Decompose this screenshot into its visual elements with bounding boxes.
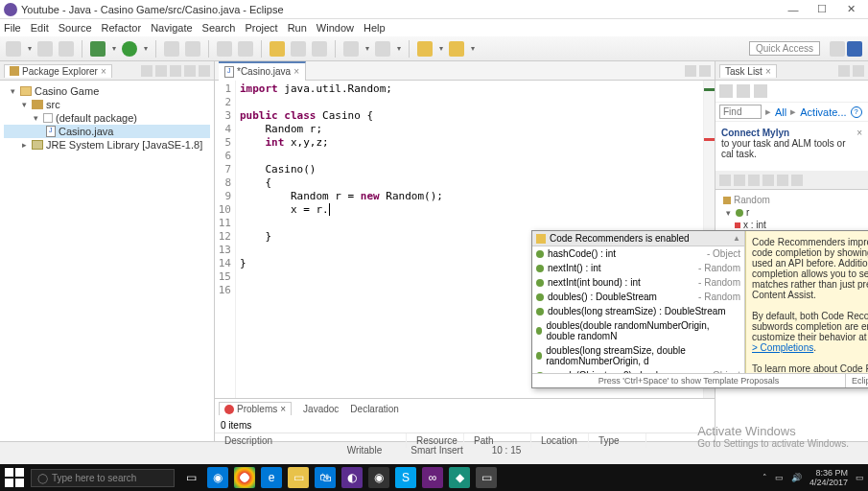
eclipse-taskbar-icon[interactable]: ◐ [341, 467, 363, 488]
completion-item[interactable]: doubles() : DoubleStream - Random [532, 290, 744, 304]
app-icon[interactable]: ◆ [449, 467, 470, 488]
completion-item[interactable]: equals(Object arg0) : boolean - Object [532, 368, 744, 373]
menu-refactor[interactable]: Refactor [102, 22, 142, 34]
completion-list[interactable]: Code Recommenders is enabled ▲ hashCode(… [532, 231, 745, 373]
forward-icon[interactable] [449, 41, 464, 57]
tree-package[interactable]: ▾(default package) [4, 111, 210, 125]
new-icon[interactable] [6, 41, 21, 57]
tray-volume-icon[interactable]: 🔊 [791, 473, 802, 482]
completion-item[interactable]: nextInt() : int - Random [532, 261, 744, 275]
notifications-icon[interactable]: ▭ [856, 473, 864, 482]
minimize-view-icon[interactable] [184, 65, 196, 77]
tree-jre[interactable]: ▸JRE System Library [JavaSE-1.8] [4, 138, 210, 152]
maximize-button[interactable]: ☐ [809, 2, 835, 17]
outline-hide-icon[interactable] [748, 175, 760, 186]
edge-icon[interactable]: e [261, 467, 282, 488]
taskbar-search[interactable]: ◯Type here to search [31, 469, 175, 487]
link-with-editor-icon[interactable] [155, 65, 167, 77]
prev-annotation-icon[interactable] [343, 41, 359, 57]
menu-edit[interactable]: Edit [31, 22, 49, 34]
maximize-view-icon[interactable] [853, 65, 864, 77]
toggle-mark-icon[interactable] [270, 41, 285, 57]
maximize-view-icon[interactable] [791, 175, 803, 186]
tray-network-icon[interactable]: ▭ [775, 473, 784, 482]
categorize-icon[interactable] [737, 84, 750, 98]
completion-item[interactable]: doubles(double randomNumberOrigin, doubl… [532, 318, 744, 343]
new-package-icon[interactable] [164, 41, 179, 57]
close-icon[interactable]: × [280, 404, 286, 414]
back-icon[interactable] [417, 41, 433, 57]
new-class-icon[interactable] [185, 41, 200, 57]
outline-menu-icon[interactable] [762, 175, 774, 186]
menu-project[interactable]: Project [245, 22, 277, 34]
package-explorer-tab[interactable]: Package Explorer × [4, 64, 112, 78]
open-perspective-icon[interactable] [830, 41, 845, 57]
menu-run[interactable]: Run [288, 22, 307, 34]
completion-item[interactable]: doubles(long streamSize, double randomNu… [532, 343, 744, 368]
menu-source[interactable]: Source [59, 22, 92, 34]
help-icon[interactable]: ? [851, 106, 862, 118]
start-button[interactable] [4, 467, 25, 488]
javadoc-tab[interactable]: Javadoc [303, 404, 339, 414]
col-resource[interactable]: Resource [407, 433, 464, 448]
close-icon[interactable]: × [293, 66, 299, 77]
close-button[interactable]: ✕ [837, 2, 864, 17]
outline-sort-icon[interactable] [719, 175, 731, 186]
file-explorer-icon[interactable]: ▭ [288, 467, 309, 488]
skype-icon[interactable]: S [395, 467, 416, 488]
toggle-breadcrumb-icon[interactable] [291, 41, 306, 57]
visual-studio-icon[interactable]: ∞ [422, 467, 443, 488]
declaration-tab[interactable]: Declaration [350, 404, 399, 414]
java-perspective-icon[interactable] [847, 41, 862, 57]
close-icon[interactable]: × [765, 66, 771, 77]
focus-icon[interactable] [754, 84, 767, 98]
menu-file[interactable]: File [4, 22, 21, 34]
problems-tab[interactable]: Problems× [219, 402, 292, 415]
menu-window[interactable]: Window [317, 22, 354, 34]
new-task-icon[interactable] [719, 84, 733, 98]
app2-icon[interactable]: ▭ [476, 467, 497, 488]
system-tray[interactable]: ˄ ▭ 🔊 8:36 PM 4/24/2017 ▭ [762, 468, 864, 487]
taskbar-clock[interactable]: 8:36 PM 4/24/2017 [809, 468, 848, 487]
outline-import[interactable]: Random [719, 194, 864, 206]
task-find-input[interactable] [719, 105, 762, 119]
maximize-view-icon[interactable] [199, 65, 210, 77]
col-path[interactable]: Path [464, 433, 531, 448]
open-type-icon[interactable] [217, 41, 232, 57]
collapse-all-icon[interactable] [141, 65, 152, 77]
minimize-view-icon[interactable] [838, 65, 850, 77]
minimize-view-icon[interactable] [777, 175, 788, 186]
maximize-editor-icon[interactable] [699, 65, 711, 77]
view-menu-icon[interactable] [170, 65, 181, 77]
toggle-block-icon[interactable] [312, 41, 327, 57]
task-list-tab[interactable]: Task List× [719, 64, 777, 78]
outline-field-r[interactable]: ▾r [719, 206, 864, 219]
menu-help[interactable]: Help [364, 22, 386, 34]
close-icon[interactable]: × [856, 128, 862, 138]
quick-access-input[interactable]: Quick Access [749, 41, 820, 56]
menu-navigate[interactable]: Navigate [151, 22, 192, 34]
task-activate-link[interactable]: Activate... [800, 106, 846, 118]
store-icon[interactable]: 🛍 [315, 467, 336, 488]
task-all-link[interactable]: All [775, 106, 786, 118]
save-icon[interactable] [37, 41, 53, 57]
run-icon[interactable] [122, 41, 137, 57]
next-annotation-icon[interactable] [375, 41, 390, 57]
minimize-button[interactable]: — [780, 2, 807, 17]
save-all-icon[interactable] [59, 41, 74, 57]
task-view-icon[interactable]: ▭ [180, 467, 201, 488]
menu-search[interactable]: Search [202, 22, 236, 34]
minimize-editor-icon[interactable] [685, 65, 696, 77]
completion-item[interactable]: nextInt(int bound) : int - Random [532, 275, 744, 290]
completion-item[interactable]: hashCode() : int - Object [532, 246, 744, 261]
col-location[interactable]: Location [531, 433, 589, 448]
close-icon[interactable]: × [101, 66, 106, 77]
cortana-circle-icon[interactable]: ◉ [207, 467, 228, 488]
col-type[interactable]: Type [589, 433, 646, 448]
tree-src[interactable]: ▾src [4, 98, 210, 111]
tray-chevron-icon[interactable]: ˄ [762, 473, 767, 482]
tree-project[interactable]: ▾Casino Game [4, 84, 210, 98]
search-icon[interactable] [238, 41, 253, 57]
editor-tab-casino[interactable]: *Casino.java × [219, 61, 306, 81]
tree-file-casino[interactable]: Casino.java [4, 125, 210, 138]
